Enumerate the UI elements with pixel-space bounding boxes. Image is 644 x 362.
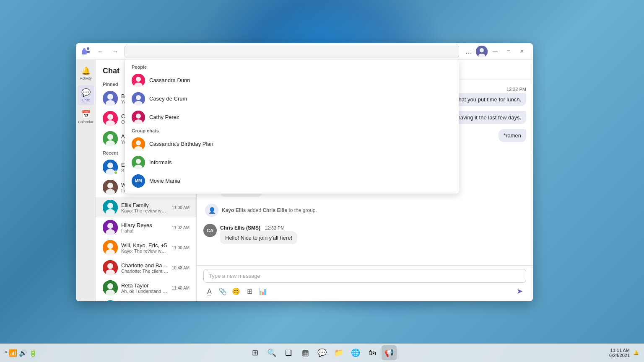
forward-button[interactable]: → bbox=[109, 46, 121, 57]
chris-initials: CA bbox=[207, 228, 213, 233]
message-row-chris: CA Chris Ellis (SMS) 12:33 PM Hello! Nic… bbox=[203, 224, 526, 244]
svg-point-12 bbox=[136, 140, 141, 145]
battery-icon: 🔋 bbox=[29, 349, 37, 357]
reta-preview: Ah, ok I understand now. bbox=[121, 289, 169, 294]
message-bubble-3: *ramen bbox=[499, 129, 526, 142]
activity-label: Activity bbox=[80, 76, 92, 80]
taskbar-clock: 11:11 AM 6/24/2021 bbox=[609, 348, 630, 358]
movie-mania-initials: MM bbox=[135, 178, 142, 183]
sidebar-item-chat[interactable]: 💬 Chat bbox=[78, 85, 94, 105]
svg-point-27 bbox=[107, 134, 113, 140]
chat-item-hilary[interactable]: Hilary Reyes Haha! 11:02 AM bbox=[96, 217, 196, 238]
chat-item-reta[interactable]: Reta Taylor Ah, ok I understand now. 11:… bbox=[96, 278, 196, 298]
hilary-name: Hilary Reyes bbox=[121, 222, 169, 228]
svg-point-45 bbox=[107, 263, 113, 269]
svg-point-24 bbox=[107, 114, 113, 120]
teams-window: ← → Ca People Cassandra Dunn bbox=[76, 43, 533, 301]
gif-button[interactable]: ⊞ bbox=[244, 285, 255, 297]
cassandras-birthday-avatar bbox=[132, 137, 145, 151]
chat-item-joshua[interactable]: Joshua VanBuren Thanks for reviewing! 10… bbox=[96, 298, 196, 301]
send-button[interactable]: ➤ bbox=[513, 284, 526, 298]
chat-item-will-group[interactable]: Will, Kayo, Eric, +5 Kayo: The review we… bbox=[96, 238, 196, 258]
will-group-info: Will, Kayo, Eric, +5 Kayo: The review we… bbox=[121, 242, 169, 253]
system-message-text: Kayo Ellis added Chris Ellis to the grou… bbox=[222, 207, 317, 213]
chris-sender-line: Chris Ellis (SMS) 12:33 PM bbox=[220, 224, 526, 231]
teams-taskbar-button[interactable]: 📢 bbox=[382, 345, 397, 360]
taskbar: ^ 📶 🔊 🔋 ⊞ 🔍 ❑ ▦ 💬 📁 🌐 🛍 📢 11:11 AM 6/24/… bbox=[0, 344, 644, 362]
chat-item-ellis-family[interactable]: Ellis Family Kayo: The review went reall… bbox=[96, 197, 196, 217]
casey-de-crum-avatar bbox=[132, 92, 145, 106]
dropdown-casey-de-crum[interactable]: Casey de Crum bbox=[125, 90, 459, 108]
dropdown-cassandra-dunn[interactable]: Cassandra Dunn bbox=[125, 71, 459, 90]
charlotte-preview: Charlotte: The client was pretty happy w… bbox=[121, 269, 169, 274]
cassandra-dunn-name: Cassandra Dunn bbox=[149, 77, 190, 83]
volume-icon: 🔊 bbox=[19, 349, 27, 357]
sidebar-item-activity[interactable]: 🔔 Activity bbox=[78, 63, 94, 83]
charlotte-info: Charlotte and Babak Charlotte: The clien… bbox=[121, 262, 169, 274]
sidebar-item-calendar[interactable]: 📅 Calendar bbox=[78, 107, 94, 127]
ellis-family-name: Ellis Family bbox=[121, 202, 169, 208]
hilary-preview: Haha! bbox=[121, 228, 169, 233]
will-group-time: 11:00 AM bbox=[172, 246, 190, 250]
user-avatar[interactable] bbox=[476, 46, 488, 57]
chat-icon: 💬 bbox=[81, 88, 91, 97]
chevron-up-icon: ^ bbox=[5, 351, 7, 355]
online-indicator bbox=[114, 171, 118, 175]
svg-point-1 bbox=[83, 48, 86, 51]
ellis-family-info: Ellis Family Kayo: The review went reall… bbox=[121, 202, 169, 213]
activity-icon: 🔔 bbox=[81, 66, 91, 75]
message-input-placeholder: Type a new message bbox=[203, 269, 526, 283]
search-bar: Ca People Cassandra Dunn Casey de Crum bbox=[125, 46, 459, 57]
attach-button[interactable]: 📎 bbox=[217, 285, 229, 297]
dropdown-movie-mania[interactable]: MM Movie Mania bbox=[125, 172, 459, 190]
svg-point-42 bbox=[107, 243, 113, 249]
system-message-added: 👤 Kayo Ellis added Chris Ellis to the gr… bbox=[203, 202, 526, 219]
maximize-button[interactable]: □ bbox=[503, 46, 514, 57]
chat-item-charlotte[interactable]: Charlotte and Babak Charlotte: The clien… bbox=[96, 258, 196, 278]
eric-avatar bbox=[103, 160, 118, 175]
dropdown-cassandras-birthday[interactable]: Cassandra's Birthday Plan bbox=[125, 135, 459, 153]
hilary-info: Hilary Reyes Haha! bbox=[121, 222, 169, 233]
svg-point-9 bbox=[136, 114, 141, 119]
ellis-family-preview: Kayo: The review went really well! Can't… bbox=[121, 208, 169, 213]
calendar-icon: 📅 bbox=[81, 110, 91, 119]
taskbar-chat-button[interactable]: 💬 bbox=[314, 345, 330, 360]
store-button[interactable]: 🛍 bbox=[365, 345, 380, 360]
start-button[interactable]: ⊞ bbox=[247, 345, 262, 360]
svg-point-48 bbox=[107, 283, 113, 289]
will-group-avatar bbox=[103, 240, 118, 255]
format-button[interactable]: A̲ bbox=[203, 285, 215, 297]
joshua-avatar bbox=[103, 300, 118, 301]
calendar-label: Calendar bbox=[78, 120, 93, 124]
cassandra-avatar bbox=[103, 111, 118, 126]
minimize-button[interactable]: — bbox=[489, 46, 501, 57]
will-group-name: Will, Kayo, Eric, +5 bbox=[121, 242, 169, 248]
back-button[interactable]: ← bbox=[94, 46, 106, 57]
chris-message-avatar: CA bbox=[203, 224, 217, 237]
sticker-button[interactable]: 📊 bbox=[257, 285, 269, 297]
svg-point-36 bbox=[107, 203, 113, 209]
edge-button[interactable]: 🌐 bbox=[348, 345, 363, 360]
chris-message-time: 12:33 PM bbox=[265, 225, 284, 230]
cassandras-birthday-name: Cassandra's Birthday Plan bbox=[149, 141, 213, 147]
more-options-button[interactable]: … bbox=[462, 46, 474, 57]
dropdown-cathy-perez[interactable]: Cathy Perez bbox=[125, 108, 459, 127]
widgets-button[interactable]: ▦ bbox=[298, 345, 313, 360]
taskbar-date: 6/24/2021 bbox=[609, 353, 630, 358]
explorer-button[interactable]: 📁 bbox=[331, 345, 346, 360]
movie-mania-avatar: MM bbox=[132, 174, 145, 188]
search-input[interactable]: Ca bbox=[125, 46, 459, 57]
title-bar: ← → Ca People Cassandra Dunn bbox=[76, 43, 533, 60]
task-view-button[interactable]: ❑ bbox=[281, 345, 296, 360]
emoji-button[interactable]: 😊 bbox=[230, 285, 242, 297]
chris-sender-name: Chris Ellis (SMS) bbox=[220, 225, 260, 231]
chris-message-content: Chris Ellis (SMS) 12:33 PM Hello! Nice t… bbox=[220, 224, 526, 244]
group-chats-section-label: Group chats bbox=[125, 127, 459, 135]
reta-info: Reta Taylor Ah, ok I understand now. bbox=[121, 282, 169, 294]
message-toolbar: A̲ 📎 😊 ⊞ 📊 ➤ bbox=[203, 284, 526, 298]
dropdown-informals[interactable]: Informals bbox=[125, 153, 459, 172]
taskbar-search-button[interactable]: 🔍 bbox=[264, 345, 279, 360]
aadi-avatar bbox=[103, 131, 118, 146]
close-button[interactable]: ✕ bbox=[516, 46, 528, 57]
reta-name: Reta Taylor bbox=[121, 282, 169, 289]
